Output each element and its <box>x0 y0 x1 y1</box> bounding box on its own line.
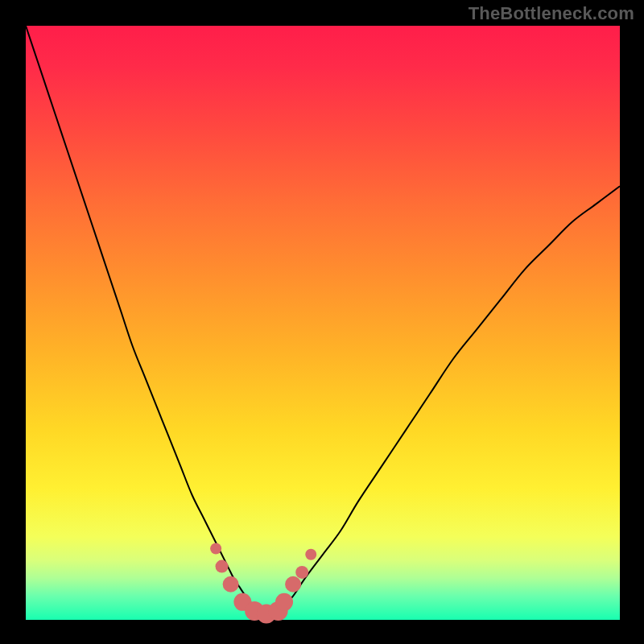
highlight-marker <box>285 576 301 592</box>
highlight-marker <box>275 593 293 611</box>
chart-svg <box>0 0 644 644</box>
highlight-marker <box>210 543 221 554</box>
watermark-text: TheBottleneck.com <box>469 3 634 24</box>
highlight-marker <box>216 560 229 573</box>
highlight-marker <box>223 576 239 592</box>
chart-stage: TheBottleneck.com <box>0 0 644 644</box>
highlight-marker <box>295 566 308 579</box>
highlight-marker <box>305 549 316 560</box>
plot-background <box>26 26 620 620</box>
